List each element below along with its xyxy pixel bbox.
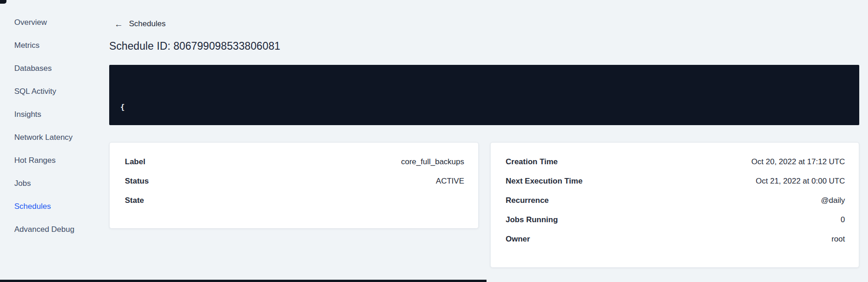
detail-row-value: @daily	[821, 196, 845, 205]
sidebar-item-sql-activity[interactable]: SQL Activity	[14, 86, 98, 96]
detail-row-value: Oct 21, 2022 at 0:00 UTC	[756, 177, 845, 186]
detail-row-key: Label	[125, 157, 145, 167]
code-line: {	[120, 101, 859, 113]
detail-row-value: root	[832, 235, 845, 244]
sidebar-item-jobs[interactable]: Jobs	[14, 178, 98, 188]
sidebar-item-metrics[interactable]: Metrics	[14, 40, 98, 50]
detail-row-owner: Owner root	[506, 235, 845, 244]
detail-row-key: Owner	[506, 235, 530, 244]
detail-row-key: Recurrence	[506, 196, 549, 205]
detail-cards: Label core_full_backups Status ACTIVE St…	[109, 142, 859, 268]
sidebar-item-databases[interactable]: Databases	[14, 63, 98, 73]
sidebar-item-hot-ranges[interactable]: Hot Ranges	[14, 155, 98, 165]
back-to-schedules-link[interactable]: ← Schedules	[114, 19, 165, 29]
sidebar-item-insights[interactable]: Insights	[14, 109, 98, 119]
back-link-label: Schedules	[129, 19, 165, 29]
detail-row-key: Jobs Running	[506, 215, 558, 224]
detail-row-value: ACTIVE	[436, 177, 464, 186]
detail-row-recurrence: Recurrence @daily	[506, 196, 845, 206]
backup-statement-code-block: { "backup_statement": "BACKUP INTO 's3:/…	[109, 65, 859, 125]
sidebar-nav: Overview Metrics Databases SQL Activity …	[0, 0, 98, 282]
detail-row-label: Label core_full_backups	[125, 157, 464, 167]
detail-row-key: State	[125, 196, 144, 205]
detail-row-value: 0	[841, 215, 845, 224]
sidebar-item-network-latency[interactable]: Network Latency	[14, 132, 98, 142]
schedule-timing-card: Creation Time Oct 20, 2022 at 17:12 UTC …	[490, 142, 860, 268]
detail-row-value: Oct 20, 2022 at 17:12 UTC	[751, 157, 845, 167]
sidebar-item-overview[interactable]: Overview	[14, 17, 98, 27]
detail-row-key: Status	[125, 177, 149, 186]
window-corner-artifact	[0, 0, 6, 4]
schedule-summary-card: Label core_full_backups Status ACTIVE St…	[109, 142, 479, 229]
detail-row-state: State	[125, 196, 464, 206]
detail-row-creation-time: Creation Time Oct 20, 2022 at 17:12 UTC	[506, 157, 845, 167]
main-content: ← Schedules Schedule ID: 806799098533806…	[98, 0, 868, 282]
detail-row-next-execution-time: Next Execution Time Oct 21, 2022 at 0:00…	[506, 177, 845, 186]
page-title: Schedule ID: 806799098533806081	[109, 40, 859, 52]
detail-row-value: core_full_backups	[401, 157, 464, 167]
back-arrow-icon: ←	[114, 20, 123, 28]
detail-row-jobs-running: Jobs Running 0	[506, 215, 845, 225]
detail-row-key: Next Execution Time	[506, 177, 583, 186]
sidebar-item-advanced-debug[interactable]: Advanced Debug	[14, 224, 98, 234]
sidebar-item-schedules[interactable]: Schedules	[14, 201, 98, 211]
app-root: Overview Metrics Databases SQL Activity …	[0, 0, 868, 282]
detail-row-key: Creation Time	[506, 157, 558, 167]
screenshot-bottom-edge-bar	[0, 280, 487, 282]
detail-row-status: Status ACTIVE	[125, 177, 464, 186]
